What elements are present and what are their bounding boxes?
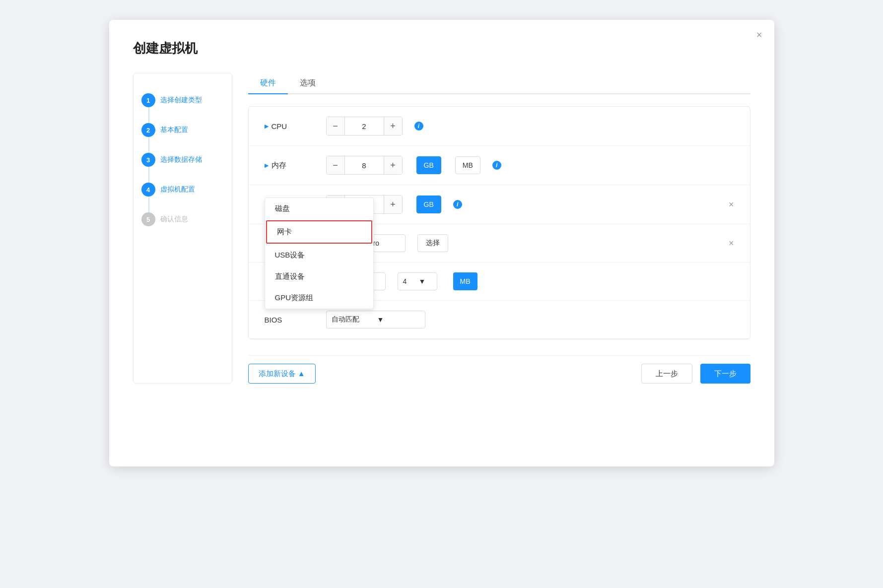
main-content: 硬件 选项 ▶ CPU − + i xyxy=(248,73,750,384)
tab-hardware[interactable]: 硬件 xyxy=(248,73,288,94)
modal-footer: 添加新设备 ▲ 上一步 下一步 xyxy=(248,355,750,384)
bios-label: BIOS xyxy=(265,316,314,324)
step-label-3: 选择数据存储 xyxy=(160,155,202,164)
cpu-row: ▶ CPU − + i xyxy=(249,107,750,146)
display-size-arrow: ▼ xyxy=(419,277,432,285)
memory-value-input[interactable] xyxy=(344,156,384,174)
cpu-decrement-button[interactable]: − xyxy=(327,117,344,135)
config-panel: ▶ CPU − + i ▶ 内存 xyxy=(248,106,750,339)
disk-increment-button[interactable]: + xyxy=(384,196,402,213)
bios-arrow: ▼ xyxy=(377,316,420,324)
memory-label: ▶ 内存 xyxy=(265,161,314,170)
nic-select-button[interactable]: 选择 xyxy=(417,234,448,252)
next-button[interactable]: 下一步 xyxy=(700,364,750,384)
dropdown-item-usb[interactable]: USB设备 xyxy=(265,245,373,266)
create-vm-modal: × 创建虚拟机 1 选择创建类型 2 基本配置 3 选择数据存储 4 虚拟机配置… xyxy=(109,20,774,466)
disk-delete-button[interactable]: × xyxy=(729,199,734,210)
close-button[interactable]: × xyxy=(756,30,762,40)
step-circle-2: 2 xyxy=(141,123,155,137)
step-label-5: 确认信息 xyxy=(160,215,188,224)
cpu-value-input[interactable] xyxy=(344,117,384,135)
modal-title: 创建虚拟机 xyxy=(133,40,750,57)
display-mb-button[interactable]: MB xyxy=(453,272,477,290)
cpu-expand-icon[interactable]: ▶ xyxy=(265,123,269,130)
memory-decrement-button[interactable]: − xyxy=(327,156,344,174)
cpu-increment-button[interactable]: + xyxy=(384,117,402,135)
dropdown-item-nic[interactable]: 网卡 xyxy=(266,220,372,244)
nic-delete-button[interactable]: × xyxy=(729,238,734,249)
step-circle-1: 1 xyxy=(141,93,155,107)
memory-row: ▶ 内存 − + GB MB i xyxy=(249,146,750,185)
step-label-1: 选择创建类型 xyxy=(160,96,202,105)
disk-info-icon[interactable]: i xyxy=(453,200,462,209)
cpu-info-icon[interactable]: i xyxy=(414,122,423,131)
add-device-dropdown: 磁盘 网卡 USB设备 直通设备 GPU资源组 xyxy=(265,197,374,309)
add-device-button[interactable]: 添加新设备 ▲ xyxy=(248,364,316,384)
dropdown-item-passthrough[interactable]: 直通设备 xyxy=(265,266,373,287)
dropdown-item-gpu[interactable]: GPU资源组 xyxy=(265,287,373,309)
memory-number-control: − + xyxy=(326,156,403,175)
display-size-select[interactable]: 4 ▼ xyxy=(398,272,437,290)
step-item-4[interactable]: 4 虚拟机配置 xyxy=(141,175,224,204)
step-label-2: 基本配置 xyxy=(160,126,188,134)
step-circle-4: 4 xyxy=(141,183,155,196)
cpu-number-control: − + xyxy=(326,117,403,135)
memory-mb-button[interactable]: MB xyxy=(455,156,480,174)
memory-increment-button[interactable]: + xyxy=(384,156,402,174)
disk-gb-button[interactable]: GB xyxy=(416,196,441,213)
step-item-2[interactable]: 2 基本配置 xyxy=(141,115,224,145)
step-circle-5: 5 xyxy=(141,212,155,226)
dropdown-item-disk[interactable]: 磁盘 xyxy=(265,198,373,219)
tab-options[interactable]: 选项 xyxy=(288,73,328,94)
step-item-1[interactable]: 1 选择创建类型 xyxy=(141,85,224,115)
memory-info-icon[interactable]: i xyxy=(492,161,501,170)
sidebar: 1 选择创建类型 2 基本配置 3 选择数据存储 4 虚拟机配置 5 确认信息 xyxy=(133,73,232,384)
prev-button[interactable]: 上一步 xyxy=(641,364,692,384)
memory-gb-button[interactable]: GB xyxy=(416,156,441,174)
step-circle-3: 3 xyxy=(141,153,155,167)
memory-expand-icon[interactable]: ▶ xyxy=(265,162,269,169)
footer-left: 添加新设备 ▲ xyxy=(248,364,633,384)
tab-bar: 硬件 选项 xyxy=(248,73,750,94)
step-item-5[interactable]: 5 确认信息 xyxy=(141,204,224,234)
cpu-label: ▶ CPU xyxy=(265,122,314,131)
bios-select[interactable]: 自动匹配 ▼ xyxy=(326,311,425,328)
step-label-4: 虚拟机配置 xyxy=(160,185,195,194)
modal-body: 1 选择创建类型 2 基本配置 3 选择数据存储 4 虚拟机配置 5 确认信息 xyxy=(133,73,750,384)
step-item-3[interactable]: 3 选择数据存储 xyxy=(141,145,224,175)
